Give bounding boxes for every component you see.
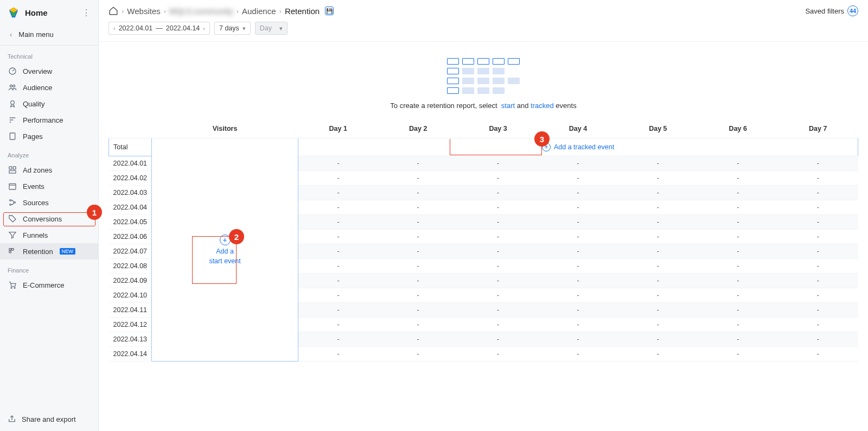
row-date: 2022.04.11 — [109, 303, 152, 318]
data-cell: - — [698, 274, 778, 288]
data-cell: - — [698, 303, 778, 318]
data-cell: - — [458, 156, 538, 171]
nav-item-sources[interactable]: Sources — [0, 194, 98, 211]
data-cell: - — [298, 303, 378, 318]
data-cell: - — [778, 244, 858, 259]
row-date: 2022.04.12 — [109, 318, 152, 332]
add-tracked-cell: + Add a tracked event — [298, 138, 858, 156]
data-cell: - — [618, 171, 698, 186]
main-menu-link[interactable]: ‹ Main menu — [0, 25, 98, 46]
svg-rect-6 — [13, 167, 16, 169]
data-cell: - — [618, 259, 698, 274]
data-cell: - — [298, 259, 378, 274]
nav-section-technical: Technical Overview Audience Quality Perf… — [0, 46, 98, 144]
save-report-icon[interactable]: 💾 — [325, 7, 334, 15]
crumb-websites[interactable]: Websites — [127, 7, 160, 16]
data-cell: - — [698, 186, 778, 200]
data-cell: - — [298, 230, 378, 244]
nav-item-pages[interactable]: Pages — [0, 128, 98, 144]
nav-label: Events — [23, 182, 44, 191]
empty-state: To create a retention report, select sta… — [99, 42, 868, 119]
data-cell: - — [378, 274, 458, 288]
saved-filters[interactable]: Saved filters 44 — [805, 5, 858, 16]
sidebar-title: Home — [25, 8, 76, 17]
row-date: 2022.04.06 — [109, 230, 152, 244]
chevron-right-icon[interactable]: › — [203, 25, 205, 31]
grid-icon — [8, 165, 17, 175]
sidebar-menu-icon[interactable]: ⋮ — [82, 8, 91, 18]
svg-point-10 — [10, 204, 11, 206]
nav-item-ecommerce[interactable]: E-Commerce — [0, 277, 98, 293]
tracked-link[interactable]: tracked — [531, 102, 554, 110]
data-cell: - — [458, 230, 538, 244]
data-cell: - — [538, 318, 618, 332]
data-cell: - — [378, 303, 458, 318]
data-cell: - — [378, 230, 458, 244]
data-cell: - — [458, 215, 538, 230]
data-cell: - — [458, 303, 538, 318]
saved-filters-count: 44 — [847, 5, 858, 16]
data-cell: - — [458, 274, 538, 288]
data-cell: - — [618, 200, 698, 215]
share-export-link[interactable]: Share and export — [0, 407, 98, 431]
data-cell: - — [778, 171, 858, 186]
nav-item-overview[interactable]: Overview — [0, 63, 98, 79]
add-tracked-event-button[interactable]: + Add a tracked event — [303, 143, 853, 151]
data-cell: - — [778, 288, 858, 303]
date-start: 2022.04.01 — [119, 24, 153, 32]
chevron-left-icon[interactable]: ‹ — [113, 25, 116, 31]
chevron-right-icon: › — [237, 7, 239, 15]
share-icon — [8, 415, 16, 423]
data-cell: - — [378, 259, 458, 274]
granularity-select[interactable]: Day ▾ — [255, 22, 288, 35]
data-cell: - — [458, 288, 538, 303]
data-cell: - — [298, 244, 378, 259]
range-select[interactable]: 7 days ▾ — [214, 22, 251, 35]
callout-3: 3 — [534, 131, 550, 147]
data-cell: - — [378, 318, 458, 332]
data-cell: - — [378, 156, 458, 171]
calendar-icon — [8, 181, 17, 191]
nav-item-performance[interactable]: Performance — [0, 112, 98, 128]
data-cell: - — [378, 347, 458, 362]
row-date: 2022.04.03 — [109, 186, 152, 200]
data-cell: - — [538, 347, 618, 362]
row-date: 2022.04.08 — [109, 259, 152, 274]
home-icon[interactable] — [108, 6, 118, 16]
data-cell: - — [378, 288, 458, 303]
data-cell: - — [378, 244, 458, 259]
retention-illustration-icon — [447, 58, 520, 94]
data-cell: - — [298, 332, 378, 347]
data-cell: - — [778, 332, 858, 347]
start-link[interactable]: start — [501, 102, 515, 110]
nav-label: Audience — [23, 84, 52, 92]
svg-rect-4 — [10, 133, 15, 140]
nav-item-audience[interactable]: Audience — [0, 79, 98, 96]
crumb-audience[interactable]: Audience — [242, 7, 276, 16]
data-cell: - — [618, 332, 698, 347]
svg-point-2 — [13, 85, 15, 87]
col-day5: Day 5 — [618, 119, 698, 138]
nav-item-adzones[interactable]: Ad zones — [0, 162, 98, 178]
col-day4: Day 4 — [538, 119, 618, 138]
nav-item-retention[interactable]: Retention NEW — [0, 243, 98, 259]
date-range-picker[interactable]: ‹ 2022.04.01 — 2022.04.14 › — [108, 22, 210, 35]
data-cell: - — [698, 215, 778, 230]
nav-item-events[interactable]: Events — [0, 178, 98, 194]
data-cell: - — [778, 274, 858, 288]
data-cell: - — [538, 156, 618, 171]
share-label: Share and export — [22, 415, 76, 423]
nav-item-quality[interactable]: Quality — [0, 96, 98, 112]
col-day3: Day 3 — [458, 119, 538, 138]
callout-box-1 — [3, 212, 95, 226]
data-cell: - — [778, 347, 858, 362]
data-cell: - — [538, 200, 618, 215]
main-menu-label: Main menu — [18, 30, 53, 39]
nav-item-funnels[interactable]: Funnels — [0, 227, 98, 243]
data-cell: - — [298, 288, 378, 303]
data-cell: - — [298, 200, 378, 215]
row-date: 2022.04.05 — [109, 215, 152, 230]
data-cell: - — [778, 303, 858, 318]
data-cell: - — [618, 288, 698, 303]
crumb-site[interactable]: MQL5.community — [169, 7, 233, 16]
